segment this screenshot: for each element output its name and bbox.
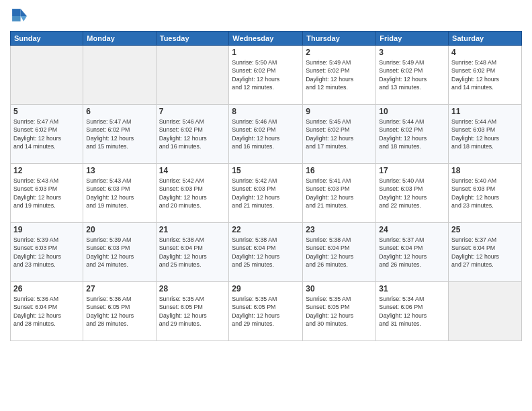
logo-icon xyxy=(10,7,29,26)
day-info: Sunrise: 5:46 AM Sunset: 6:02 PM Dayligh… xyxy=(159,118,226,150)
day-info: Sunrise: 5:41 AM Sunset: 6:03 PM Dayligh… xyxy=(306,177,373,210)
weekday-header-saturday: Saturday xyxy=(449,32,522,46)
calendar-cell: 6Sunrise: 5:47 AM Sunset: 6:02 PM Daylig… xyxy=(83,105,156,164)
calendar-cell xyxy=(83,46,156,105)
weekday-header-row: SundayMondayTuesdayWednesdayThursdayFrid… xyxy=(11,32,522,46)
day-info: Sunrise: 5:38 AM Sunset: 6:04 PM Dayligh… xyxy=(306,236,373,269)
calendar-cell: 13Sunrise: 5:43 AM Sunset: 6:03 PM Dayli… xyxy=(83,164,156,223)
header xyxy=(10,7,522,26)
day-info: Sunrise: 5:35 AM Sunset: 6:05 PM Dayligh… xyxy=(232,295,300,328)
calendar-cell: 29Sunrise: 5:35 AM Sunset: 6:05 PM Dayli… xyxy=(229,282,303,341)
calendar-cell: 15Sunrise: 5:42 AM Sunset: 6:03 PM Dayli… xyxy=(229,164,303,223)
day-number: 3 xyxy=(379,48,445,57)
day-info: Sunrise: 5:45 AM Sunset: 6:02 PM Dayligh… xyxy=(306,118,373,150)
day-number: 13 xyxy=(86,166,152,175)
calendar-week-row-5: 26Sunrise: 5:36 AM Sunset: 6:04 PM Dayli… xyxy=(11,282,522,341)
day-info: Sunrise: 5:43 AM Sunset: 6:03 PM Dayligh… xyxy=(13,177,80,210)
svg-rect-2 xyxy=(12,9,20,16)
calendar-cell: 21Sunrise: 5:38 AM Sunset: 6:04 PM Dayli… xyxy=(156,223,229,282)
calendar-cell: 8Sunrise: 5:46 AM Sunset: 6:02 PM Daylig… xyxy=(229,105,303,164)
calendar-cell: 2Sunrise: 5:49 AM Sunset: 6:02 PM Daylig… xyxy=(303,46,376,105)
day-info: Sunrise: 5:47 AM Sunset: 6:02 PM Dayligh… xyxy=(13,118,80,150)
day-number: 8 xyxy=(232,107,300,116)
day-number: 1 xyxy=(232,48,300,57)
weekday-header-friday: Friday xyxy=(376,32,449,46)
calendar-cell: 5Sunrise: 5:47 AM Sunset: 6:02 PM Daylig… xyxy=(11,105,83,164)
day-info: Sunrise: 5:36 AM Sunset: 6:05 PM Dayligh… xyxy=(86,295,152,328)
calendar-week-row-2: 5Sunrise: 5:47 AM Sunset: 6:02 PM Daylig… xyxy=(11,105,522,164)
day-info: Sunrise: 5:40 AM Sunset: 6:03 PM Dayligh… xyxy=(451,177,519,210)
day-number: 19 xyxy=(13,225,80,234)
page: SundayMondayTuesdayWednesdayThursdayFrid… xyxy=(0,0,532,411)
svg-marker-1 xyxy=(21,16,27,21)
day-number: 27 xyxy=(86,284,152,293)
calendar-cell: 4Sunrise: 5:48 AM Sunset: 6:02 PM Daylig… xyxy=(449,46,522,105)
day-info: Sunrise: 5:39 AM Sunset: 6:03 PM Dayligh… xyxy=(13,236,80,269)
day-number: 22 xyxy=(232,225,300,234)
calendar-week-row-4: 19Sunrise: 5:39 AM Sunset: 6:03 PM Dayli… xyxy=(11,223,522,282)
day-info: Sunrise: 5:50 AM Sunset: 6:02 PM Dayligh… xyxy=(232,58,300,91)
calendar-cell: 22Sunrise: 5:38 AM Sunset: 6:04 PM Dayli… xyxy=(229,223,303,282)
day-number: 25 xyxy=(451,225,519,234)
day-number: 24 xyxy=(379,225,445,234)
day-number: 23 xyxy=(306,225,373,234)
calendar-cell: 3Sunrise: 5:49 AM Sunset: 6:02 PM Daylig… xyxy=(376,46,449,105)
day-info: Sunrise: 5:43 AM Sunset: 6:03 PM Dayligh… xyxy=(86,177,152,210)
day-number: 12 xyxy=(13,166,80,175)
calendar-cell xyxy=(11,46,83,105)
calendar-cell: 20Sunrise: 5:39 AM Sunset: 6:03 PM Dayli… xyxy=(83,223,156,282)
svg-rect-3 xyxy=(12,16,20,21)
day-number: 28 xyxy=(159,284,226,293)
weekday-header-tuesday: Tuesday xyxy=(156,32,229,46)
calendar-cell: 18Sunrise: 5:40 AM Sunset: 6:03 PM Dayli… xyxy=(449,164,522,223)
calendar-cell: 26Sunrise: 5:36 AM Sunset: 6:04 PM Dayli… xyxy=(11,282,83,341)
calendar-cell: 1Sunrise: 5:50 AM Sunset: 6:02 PM Daylig… xyxy=(229,46,303,105)
day-info: Sunrise: 5:38 AM Sunset: 6:04 PM Dayligh… xyxy=(232,236,300,269)
day-info: Sunrise: 5:36 AM Sunset: 6:04 PM Dayligh… xyxy=(13,295,80,328)
day-info: Sunrise: 5:35 AM Sunset: 6:05 PM Dayligh… xyxy=(159,295,226,328)
day-info: Sunrise: 5:42 AM Sunset: 6:03 PM Dayligh… xyxy=(159,177,226,210)
day-info: Sunrise: 5:37 AM Sunset: 6:04 PM Dayligh… xyxy=(451,236,519,269)
calendar-week-row-3: 12Sunrise: 5:43 AM Sunset: 6:03 PM Dayli… xyxy=(11,164,522,223)
day-info: Sunrise: 5:42 AM Sunset: 6:03 PM Dayligh… xyxy=(232,177,300,210)
weekday-header-sunday: Sunday xyxy=(11,32,83,46)
calendar-table: SundayMondayTuesdayWednesdayThursdayFrid… xyxy=(10,31,522,341)
calendar-cell: 28Sunrise: 5:35 AM Sunset: 6:05 PM Dayli… xyxy=(156,282,229,341)
logo xyxy=(10,7,32,26)
weekday-header-thursday: Thursday xyxy=(303,32,376,46)
day-number: 20 xyxy=(86,225,152,234)
calendar-cell: 14Sunrise: 5:42 AM Sunset: 6:03 PM Dayli… xyxy=(156,164,229,223)
calendar-cell: 23Sunrise: 5:38 AM Sunset: 6:04 PM Dayli… xyxy=(303,223,376,282)
day-info: Sunrise: 5:39 AM Sunset: 6:03 PM Dayligh… xyxy=(86,236,152,269)
day-number: 17 xyxy=(379,166,445,175)
day-number: 18 xyxy=(451,166,519,175)
calendar-cell: 25Sunrise: 5:37 AM Sunset: 6:04 PM Dayli… xyxy=(449,223,522,282)
calendar-week-row-1: 1Sunrise: 5:50 AM Sunset: 6:02 PM Daylig… xyxy=(11,46,522,105)
calendar-cell: 7Sunrise: 5:46 AM Sunset: 6:02 PM Daylig… xyxy=(156,105,229,164)
day-number: 21 xyxy=(159,225,226,234)
calendar-cell: 12Sunrise: 5:43 AM Sunset: 6:03 PM Dayli… xyxy=(11,164,83,223)
day-number: 10 xyxy=(379,107,445,116)
weekday-header-monday: Monday xyxy=(83,32,156,46)
day-info: Sunrise: 5:40 AM Sunset: 6:03 PM Dayligh… xyxy=(379,177,445,210)
day-number: 29 xyxy=(232,284,300,293)
day-number: 16 xyxy=(306,166,373,175)
calendar-cell: 24Sunrise: 5:37 AM Sunset: 6:04 PM Dayli… xyxy=(376,223,449,282)
day-number: 9 xyxy=(306,107,373,116)
day-info: Sunrise: 5:34 AM Sunset: 6:06 PM Dayligh… xyxy=(379,295,445,328)
day-number: 30 xyxy=(306,284,373,293)
calendar-cell: 10Sunrise: 5:44 AM Sunset: 6:02 PM Dayli… xyxy=(376,105,449,164)
day-number: 26 xyxy=(13,284,80,293)
day-info: Sunrise: 5:46 AM Sunset: 6:02 PM Dayligh… xyxy=(232,118,300,150)
calendar-cell xyxy=(156,46,229,105)
day-number: 6 xyxy=(86,107,152,116)
calendar-cell: 9Sunrise: 5:45 AM Sunset: 6:02 PM Daylig… xyxy=(303,105,376,164)
calendar-cell xyxy=(449,282,522,341)
calendar-cell: 27Sunrise: 5:36 AM Sunset: 6:05 PM Dayli… xyxy=(83,282,156,341)
svg-marker-0 xyxy=(21,9,27,16)
weekday-header-wednesday: Wednesday xyxy=(229,32,303,46)
day-number: 5 xyxy=(13,107,80,116)
day-info: Sunrise: 5:48 AM Sunset: 6:02 PM Dayligh… xyxy=(451,58,519,91)
calendar-cell: 16Sunrise: 5:41 AM Sunset: 6:03 PM Dayli… xyxy=(303,164,376,223)
day-number: 14 xyxy=(159,166,226,175)
